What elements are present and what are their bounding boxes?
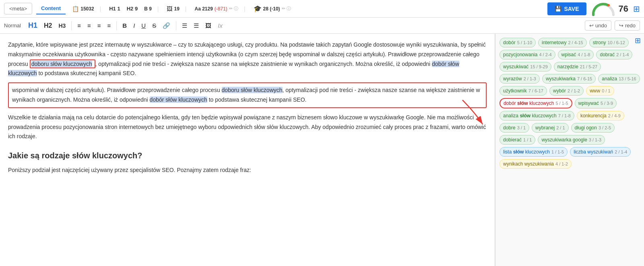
strikethrough-button[interactable]: S — [150, 21, 159, 30]
tag-item[interactable]: wpisywać 5 / 3-9 — [575, 98, 617, 108]
tag-item[interactable]: wybranej 2 / 1 — [532, 123, 568, 133]
score-gauge: 76 — [591, 1, 628, 16]
tag-label: wyszukiwać — [503, 64, 528, 70]
sep-align — [71, 21, 72, 30]
tag-label: www — [590, 88, 600, 94]
copy-icon: 📋 — [72, 6, 79, 12]
align-justify-button[interactable]: ≡ — [105, 21, 114, 30]
tab-content[interactable]: Content — [36, 3, 66, 14]
tag-item[interactable]: liczba wyszukiwań 2 / 1-4 — [570, 147, 631, 157]
expand-icon[interactable]: ⊞ — [635, 36, 641, 45]
align-left-button[interactable]: ≡ — [75, 21, 83, 30]
tag-stat: 5 / 1-5 — [555, 101, 568, 106]
tag-item[interactable]: analiza słów kluczowych 7 / 1-8 — [500, 111, 574, 121]
tag-item[interactable]: internetowy 2 / 4-15 — [538, 38, 587, 47]
score-value: 76 — [619, 4, 628, 14]
top-right-actions: 💾 SAVE 76 ⊞ — [547, 1, 640, 16]
tag-label: wyrazów — [503, 76, 522, 82]
tag-label: wyszukiwarka google — [541, 137, 587, 143]
h1-button[interactable]: H1 — [26, 20, 40, 31]
stat-words: 📋 15032 — [72, 6, 94, 12]
tag-label: użytkownik — [503, 88, 527, 94]
clear-format-button[interactable]: Ix — [215, 21, 225, 30]
tag-label: dobre — [503, 125, 516, 131]
tag-item[interactable]: użytkownik 7 / 6-17 — [500, 86, 547, 96]
tag-label: liczba wyszukiwań — [574, 149, 613, 155]
tag-label: analiza — [602, 76, 617, 82]
tag-item[interactable]: strony 10 / 6-12 — [589, 38, 629, 47]
sep4: | — [244, 6, 246, 12]
tag-item[interactable]: dobierać 1 / 1 — [500, 135, 535, 145]
link-button[interactable]: 🔗 — [160, 21, 173, 30]
kw-highlight-1: doboru słów kluczowych — [31, 61, 92, 67]
tag-item[interactable]: wpisać 4 / 1-8 — [558, 50, 594, 59]
tag-label: wyszukiwarka — [546, 76, 576, 82]
tag-label: pozycjonowania — [503, 52, 537, 57]
stat-h1: H1 1 — [109, 6, 120, 12]
tags-grid: dobór 5 / 1-10internetowy 2 / 4-15strony… — [500, 38, 640, 169]
sep1: | — [100, 6, 101, 12]
tag-label: konkurencja — [580, 113, 607, 119]
tag-item[interactable]: wybór 2 / 1-2 — [549, 86, 584, 96]
tag-label: wynikach wyszukiwania — [503, 161, 554, 167]
tag-item[interactable]: konkurencja 2 / 4-9 — [577, 111, 624, 121]
tag-item[interactable]: wynikach wyszukiwania 4 / 1-2 — [500, 159, 572, 169]
h2-button[interactable]: H2 — [41, 21, 54, 30]
tag-label: internetowy — [542, 40, 566, 45]
sep2: | — [157, 6, 159, 12]
tag-item[interactable]: dobór słów kluczowych 5 / 1-5 — [500, 98, 572, 108]
tag-label: analiza słów kluczowych — [503, 113, 557, 119]
tag-item[interactable]: narzędzie 21 / 5-27 — [554, 62, 601, 72]
tag-stat: 2 / 4-15 — [568, 40, 583, 45]
tag-item[interactable]: www 0 / 1 — [586, 86, 614, 96]
tag-item[interactable]: dobrać 2 / 1-4 — [596, 50, 632, 59]
editor-area[interactable]: Zapytanie, które wpisywane jest przez in… — [0, 34, 495, 266]
section-heading: Jakie są rodzaje słów kluczowych? — [8, 149, 487, 162]
h3-button[interactable]: H3 — [56, 22, 68, 30]
align-center-button[interactable]: ≡ — [85, 21, 93, 30]
stat-score: 🎓 28 (-10) ✏ ⓘ — [254, 5, 291, 12]
tag-item[interactable]: pozycjonowania 4 / 2-4 — [500, 50, 555, 59]
stat-bold: B 9 — [144, 6, 152, 12]
tag-item[interactable]: wyszukiwarka 7 / 6-15 — [542, 74, 596, 84]
underline-button[interactable]: U — [139, 21, 148, 30]
box-text: wspominał w dalszej części artykułu). Pr… — [12, 87, 480, 103]
tag-stat: 2 / 1-4 — [616, 52, 629, 57]
tag-item[interactable]: analiza 13 / 5-16 — [598, 74, 640, 84]
tag-label: lista słów kluczowych — [503, 149, 550, 155]
tag-item[interactable]: długi ogon 3 / 2-5 — [571, 123, 615, 133]
style-label: Normal — [4, 23, 21, 29]
tag-label: dobór słów kluczowych — [504, 100, 554, 106]
tag-stat: 5 / 1-10 — [517, 40, 532, 45]
italic-button[interactable]: I — [131, 21, 137, 30]
align-right-button[interactable]: ≡ — [95, 21, 103, 30]
save-button[interactable]: 💾 SAVE — [547, 2, 586, 15]
paragraph-3: Poniższy podział jest najczęściej używan… — [8, 166, 487, 175]
sep-format — [116, 21, 117, 30]
tab-meta[interactable]: <meta> — [4, 3, 32, 14]
tag-item[interactable]: lista słów kluczowych 1 / 1-5 — [500, 147, 568, 157]
paragraph-1: Zapytanie, które wpisywane jest przez in… — [8, 40, 487, 78]
tag-item[interactable]: wyszukiwać 15 / 9-29 — [500, 62, 551, 72]
ordered-list-button[interactable]: ☰ — [180, 21, 190, 30]
tag-stat: 1 / 1 — [523, 137, 532, 142]
tag-item[interactable]: wyrazów 2 / 1-3 — [500, 74, 540, 84]
tag-item[interactable]: dobór 5 / 1-10 — [500, 38, 536, 47]
tag-label: dobór — [503, 40, 516, 45]
undo-icon: ↩ — [589, 23, 594, 29]
redo-button[interactable]: ↪ redo — [615, 20, 640, 31]
svg-point-0 — [607, 4, 610, 6]
bold-button[interactable]: B — [120, 21, 129, 30]
undo-button[interactable]: ↩ undo — [585, 20, 611, 31]
grid-icon[interactable]: ⊞ — [633, 4, 640, 14]
tag-stat: 15 / 9-29 — [530, 64, 547, 69]
graduation-icon: 🎓 — [254, 5, 262, 12]
tag-stat: 2 / 1-4 — [615, 149, 627, 154]
tag-stat: 2 / 1-2 — [568, 88, 580, 93]
tag-item[interactable]: dobre 3 / 1 — [500, 123, 529, 133]
tag-stat: 21 / 5-27 — [580, 64, 597, 69]
unordered-list-button[interactable]: ☰ — [191, 21, 201, 30]
tag-item[interactable]: wyszukiwarka google 3 / 1-3 — [538, 135, 605, 145]
save-icon: 💾 — [555, 6, 561, 12]
insert-image-button[interactable]: 🖼 — [203, 21, 214, 30]
